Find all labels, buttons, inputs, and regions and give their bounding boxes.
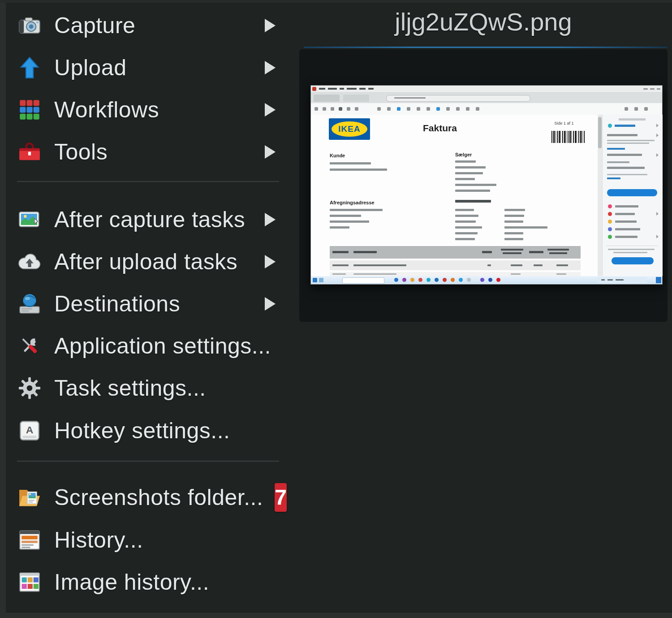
menu-item-history[interactable]: History...	[9, 519, 286, 561]
wrench-screwdriver-icon	[17, 333, 43, 359]
menu-item-label: Screenshots folder...	[54, 484, 263, 510]
image-grid-icon	[17, 569, 43, 595]
ikea-logo-text: IKEA	[329, 124, 370, 134]
menu-item-label: After capture tasks	[54, 207, 245, 233]
menu-item-label: Hotkey settings...	[54, 418, 230, 444]
ikea-logo: IKEA	[329, 118, 370, 140]
globe-drive-icon	[17, 291, 43, 317]
submenu-arrow-icon	[265, 103, 276, 117]
history-list-icon	[17, 527, 43, 553]
tray-context-menu: Capture Upload Workflows Tools After cap…	[6, 0, 293, 618]
barcode	[551, 131, 585, 143]
invoice-details-heading	[455, 200, 491, 203]
menu-item-task-settings[interactable]: Task settings...	[9, 367, 286, 409]
keyboard-key-icon: A	[17, 418, 43, 444]
menu-item-label: Application settings...	[54, 333, 271, 359]
seller-heading: Sælger	[455, 152, 472, 157]
browser-tabbar	[311, 93, 662, 103]
menu-item-label: Destinations	[54, 291, 180, 317]
pdf-toolbar	[311, 103, 662, 115]
gear-icon	[17, 375, 43, 401]
toolbox-icon	[17, 139, 43, 165]
upload-arrow-icon	[17, 55, 43, 81]
menu-item-after-upload-tasks[interactable]: After upload tasks	[9, 241, 286, 283]
menu-item-hotkey-settings[interactable]: A Hotkey settings...	[9, 410, 286, 452]
menu-item-after-capture-tasks[interactable]: After capture tasks	[9, 199, 286, 241]
menu-item-capture[interactable]: Capture	[9, 4, 286, 47]
menu-item-upload[interactable]: Upload	[9, 47, 286, 89]
browser-tab	[314, 95, 340, 102]
invoice-table-header	[330, 246, 581, 259]
customer-heading: Kunde	[330, 153, 345, 158]
taskbar-search	[342, 277, 384, 284]
browser-tab	[343, 95, 369, 102]
svg-text:A: A	[26, 424, 34, 436]
start-button	[313, 278, 317, 282]
menu-separator	[17, 461, 279, 462]
preview-filename-title: jljg2uZQwS.png	[299, 7, 668, 36]
photo-tasks-icon	[17, 207, 43, 233]
invoice-table-row-partial	[330, 272, 581, 276]
invoice-title: Faktura	[423, 123, 457, 134]
menu-item-application-settings[interactable]: Application settings...	[9, 325, 286, 367]
menu-item-label: History...	[54, 527, 143, 553]
submenu-arrow-icon	[265, 61, 276, 74]
cloud-upload-icon	[17, 249, 43, 275]
payment-address-heading: Afregningsadresse	[330, 200, 375, 205]
sidebar-primary-button	[607, 189, 657, 196]
menu-item-tools[interactable]: Tools	[9, 131, 286, 173]
browser-menubar	[311, 86, 662, 93]
submenu-arrow-icon	[265, 19, 276, 32]
menu-item-screenshots-folder[interactable]: Screenshots folder... 7	[9, 476, 286, 519]
menu-item-label: Upload	[54, 55, 126, 81]
workflows-grid-icon	[17, 97, 43, 123]
pdf-tools-sidebar	[602, 115, 663, 276]
invoice-table-row	[330, 260, 581, 270]
invoice-page: IKEA Faktura Side 1 af 1 Kunde Sælger Af…	[311, 115, 598, 276]
preview-title-underline	[304, 47, 668, 48]
annotation-badge-7: 7	[275, 483, 287, 512]
page-indicator: Side 1 af 1	[544, 121, 584, 125]
submenu-arrow-icon	[265, 255, 276, 268]
menu-left-border	[0, 0, 6, 618]
menu-item-label: Capture	[54, 13, 135, 39]
menu-item-label: Image history...	[54, 569, 209, 595]
screenshot-thumbnail: IKEA Faktura Side 1 af 1 Kunde Sælger Af…	[310, 85, 663, 285]
pdf-scrollbar	[598, 115, 602, 276]
menu-item-label: After upload tasks	[54, 249, 237, 275]
menu-item-destinations[interactable]: Destinations	[9, 283, 286, 325]
camera-icon	[17, 13, 43, 39]
menu-item-label: Workflows	[54, 97, 159, 123]
scrollbar-thumb	[598, 117, 602, 148]
sidebar-secondary-button	[612, 257, 654, 264]
menu-item-label: Task settings...	[54, 375, 206, 401]
menu-item-image-history[interactable]: Image history...	[9, 561, 286, 603]
submenu-arrow-icon	[265, 213, 276, 226]
submenu-arrow-icon	[265, 145, 276, 159]
folder-images-icon	[17, 484, 43, 510]
menu-item-workflows[interactable]: Workflows	[9, 89, 286, 131]
submenu-arrow-icon	[265, 297, 276, 311]
menu-item-label: Tools	[54, 139, 108, 165]
app-icon	[312, 87, 316, 91]
sharex-tray-menu-screenshot: { "menu": { "items": [ {"label": "Captur…	[0, 0, 672, 618]
windows-taskbar	[311, 276, 662, 284]
menu-separator	[17, 181, 279, 182]
